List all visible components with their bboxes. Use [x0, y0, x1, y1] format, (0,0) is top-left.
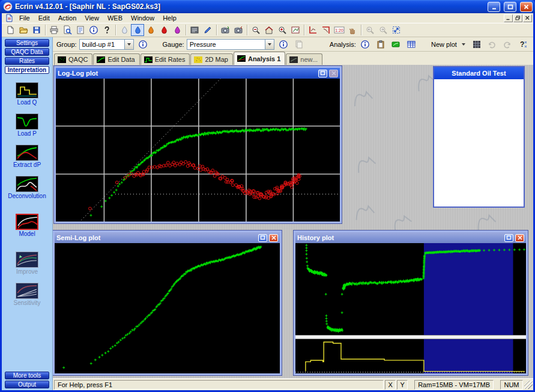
- history-pressure-canvas[interactable]: [295, 243, 526, 335]
- semilog-plot-canvas[interactable]: [55, 243, 280, 373]
- history-rate-canvas[interactable]: [295, 339, 526, 373]
- report-button[interactable]: [74, 24, 87, 36]
- minimize-button[interactable]: [488, 2, 500, 12]
- loglog-close-button[interactable]: [329, 70, 338, 77]
- edit-pencil-button[interactable]: [201, 24, 214, 36]
- info-button[interactable]: [87, 24, 100, 36]
- zoom-out-button[interactable]: [249, 24, 262, 36]
- group-combobox[interactable]: build-up #1: [79, 39, 134, 50]
- semilog-close-button[interactable]: [269, 234, 278, 242]
- mdi-close-button[interactable]: [523, 14, 532, 22]
- x-axis-settings-button[interactable]: [306, 24, 319, 36]
- mdi-restore-button[interactable]: [513, 14, 522, 22]
- group-info-button[interactable]: [136, 38, 150, 50]
- sidebar-item-rates[interactable]: Rates: [5, 57, 49, 65]
- plot-grid-button[interactable]: [470, 38, 483, 50]
- gauge-combobox[interactable]: Pressure: [187, 39, 275, 50]
- fit-scale-icon: [391, 25, 401, 35]
- gauge-dropdown-button[interactable]: [265, 40, 274, 49]
- module-purple-drop-button[interactable]: [171, 24, 184, 36]
- zoom-in-icon: [277, 25, 287, 35]
- sidebar-item-interpretation[interactable]: Interpretation: [5, 66, 49, 74]
- tab-new[interactable]: new...: [286, 53, 322, 65]
- module-orange-drop-button[interactable]: [144, 24, 157, 36]
- notes-button[interactable]: [188, 24, 201, 36]
- sidebar-item-output[interactable]: Output: [5, 381, 49, 388]
- tab-label: Edit Data: [107, 56, 135, 63]
- menu-view[interactable]: View: [80, 14, 103, 22]
- tab-qaqc[interactable]: QAQC: [54, 53, 92, 65]
- pan-button[interactable]: [346, 24, 359, 36]
- next-zoom-button[interactable]: [376, 24, 390, 36]
- loglog-plot-window: Log-Log plot: [54, 66, 342, 223]
- tool-deconvolution[interactable]: Deconvolution: [2, 176, 52, 199]
- undo-button[interactable]: [486, 38, 499, 50]
- tab-edit-data[interactable]: Edit Data: [93, 53, 139, 65]
- module-gray-drop-button[interactable]: [118, 24, 131, 36]
- maximize-button[interactable]: [504, 2, 516, 12]
- group-label: Group:: [56, 41, 77, 48]
- tool-model[interactable]: Model: [2, 214, 52, 237]
- history-maximize-button[interactable]: [504, 234, 513, 242]
- tab-analysis-1[interactable]: Analysis 1: [234, 52, 285, 65]
- new-document-button[interactable]: [4, 24, 17, 36]
- paste-snapshot-button[interactable]: [232, 24, 245, 36]
- print-button[interactable]: [47, 24, 61, 36]
- menu-window[interactable]: Window: [127, 14, 159, 22]
- previous-zoom-button[interactable]: [363, 24, 376, 36]
- module-red-drop-button[interactable]: [157, 24, 171, 36]
- help-button[interactable]: [100, 24, 113, 36]
- redo-button[interactable]: [501, 38, 514, 50]
- plot-options-button[interactable]: [289, 24, 302, 36]
- y-axis-settings-button[interactable]: [319, 24, 333, 36]
- open-file-button[interactable]: [17, 24, 30, 36]
- info-icon: [89, 25, 98, 35]
- new-plot-button-label[interactable]: New plot: [431, 41, 457, 48]
- zoom-in-button[interactable]: [276, 24, 289, 36]
- close-button[interactable]: [520, 2, 533, 12]
- menu-action[interactable]: Action: [54, 14, 81, 22]
- tool-extract-dp[interactable]: Extract dP: [2, 145, 52, 168]
- loglog-maximize-button[interactable]: [318, 70, 327, 77]
- analysis-copy-button[interactable]: [374, 38, 387, 50]
- analysis-info-button[interactable]: [358, 38, 372, 50]
- history-close-button[interactable]: [515, 234, 524, 242]
- menu-web[interactable]: WEB: [103, 14, 127, 22]
- titlebar[interactable]: Ecrin v4.12.01 - [Saphir NL : SapGS02.ks…: [0, 0, 535, 13]
- sidebar-item-settings[interactable]: Settings: [5, 39, 49, 47]
- loglog-plot-canvas[interactable]: [56, 79, 340, 222]
- tool-improve[interactable]: Improve: [2, 252, 52, 275]
- zoom-home-button[interactable]: [262, 24, 276, 36]
- analysis-table-button[interactable]: [405, 38, 418, 50]
- analysis-improve-button[interactable]: [389, 38, 402, 50]
- semilog-titlebar[interactable]: Semi-Log plot: [55, 232, 280, 243]
- module-saphir-drop-button[interactable]: [131, 24, 144, 36]
- scale-button[interactable]: 1:20: [333, 24, 346, 36]
- undo-icon: [487, 40, 497, 49]
- loglog-titlebar[interactable]: Log-Log plot: [56, 68, 340, 79]
- sidebar-item-more-tools[interactable]: More tools: [5, 372, 49, 379]
- gauge-copy-button[interactable]: [292, 38, 306, 50]
- fit-scale-button[interactable]: [390, 24, 403, 36]
- resize-grip[interactable]: [524, 381, 533, 389]
- tool-load-p[interactable]: Load P: [2, 113, 52, 137]
- tool-load-q[interactable]: Load Q: [2, 82, 52, 106]
- gauge-info-button[interactable]: [277, 38, 290, 50]
- sidebar-item-qaqc-data[interactable]: QAQC Data: [5, 48, 49, 56]
- new-plot-dropdown-button[interactable]: [459, 38, 468, 50]
- menu-file[interactable]: File: [15, 14, 34, 22]
- mdi-minimize-button[interactable]: [504, 14, 513, 22]
- group-dropdown-button[interactable]: [124, 40, 133, 49]
- history-titlebar[interactable]: History plot: [295, 232, 526, 243]
- zoom-out-icon: [251, 25, 261, 35]
- menu-edit[interactable]: Edit: [34, 14, 54, 22]
- tab-edit-rates[interactable]: Edit Rates: [141, 53, 190, 65]
- tool-sensitivity[interactable]: Sensitivity: [2, 283, 52, 306]
- copy-snapshot-button[interactable]: [219, 24, 232, 36]
- context-help-button[interactable]: ?: [516, 38, 530, 50]
- menu-help[interactable]: Help: [159, 14, 181, 22]
- save-button[interactable]: [30, 24, 43, 36]
- tab-2d-map[interactable]: 2D Map: [190, 53, 233, 65]
- semilog-maximize-button[interactable]: [258, 234, 267, 242]
- print-preview-button[interactable]: [61, 24, 74, 36]
